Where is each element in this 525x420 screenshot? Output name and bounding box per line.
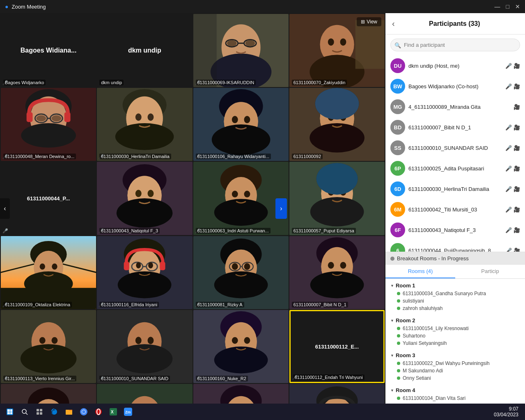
- room-group: Room 261311000154_Lily KresnowatiSuharto…: [385, 314, 525, 349]
- svg-point-53: [117, 198, 173, 227]
- view-button[interactable]: ⊞ View: [357, 17, 381, 26]
- participant-status-icons: 🎤🎥: [505, 248, 520, 252]
- svg-point-62: [244, 191, 250, 197]
- participant-name-4: 61311000070_Zakiyuddin: [292, 80, 347, 85]
- svg-line-161: [26, 413, 28, 415]
- svg-point-126: [244, 337, 250, 344]
- participant-avatar: DU: [390, 58, 405, 73]
- room-member: 61311000154_Lily Kresnowati: [390, 325, 520, 332]
- rooms-tab[interactable]: Rooms (4): [385, 265, 455, 278]
- svg-point-125: [232, 337, 238, 344]
- participant-center-name-1: Bagoes Widiana...: [21, 47, 77, 54]
- participant-status-icons: 🎤🎥: [505, 165, 520, 172]
- participant-display-name: 4_61311000089_Miranda Gita: [408, 104, 510, 110]
- close-button[interactable]: ✕: [515, 3, 520, 10]
- taskbar: X Zm 9:07 03/04/2023: [0, 404, 525, 420]
- mute-status-icon: 🎤: [505, 83, 512, 90]
- breakout-title: Breakout Rooms - In Progress: [397, 255, 469, 262]
- nav-left-button[interactable]: ‹: [0, 198, 10, 219]
- participant-name-16: 61311000007_Bibit N D_1: [292, 302, 348, 308]
- panel-collapse-button[interactable]: ‹: [392, 19, 395, 28]
- maximize-button[interactable]: □: [506, 3, 509, 10]
- room-member: 61311000022_Dwi Wahyu Purwiningsih: [390, 360, 520, 367]
- svg-point-91: [136, 262, 141, 268]
- participant-status-icons: 🎤🎥: [505, 227, 520, 233]
- taskbar-clock: 9:07 03/04/2023: [491, 406, 522, 418]
- participant-item: BD61311000007_Bibit N D_1🎤🎥: [385, 117, 525, 138]
- participant-item: 661311000044_PujiPurwaningsih_8🎤🎥: [385, 240, 525, 252]
- minimize-button[interactable]: —: [495, 3, 500, 10]
- room-title[interactable]: Room 4: [390, 385, 520, 395]
- opera-button[interactable]: [92, 405, 105, 418]
- room-member-name: 61311000154_Lily Kresnowati: [403, 326, 469, 331]
- svg-point-117: [117, 344, 173, 373]
- svg-point-170: [95, 409, 102, 415]
- room-member-name: zahroh shaluhiyah: [403, 305, 442, 311]
- participant-name-17: 61311000113_Vierto Irennius Gir...: [3, 376, 76, 381]
- svg-point-114: [52, 337, 58, 344]
- video-cell-21: 🎤 61311000042_Titi Mursiti_03: [1, 384, 96, 404]
- video-cell-16: 61311000007_Bibit N D_1: [289, 236, 385, 309]
- start-button[interactable]: [3, 405, 16, 418]
- svg-point-48: [315, 88, 359, 119]
- svg-point-39: [232, 116, 238, 123]
- breakout-rooms: Room 161311000034_Gandha Sunaryo Putrasu…: [385, 279, 525, 404]
- main-content: ⊞ View ‹ › Bagoes Widiana... 🎤 Bagoes Wi…: [0, 13, 525, 404]
- svg-point-112: [21, 344, 77, 373]
- svg-point-70: [316, 163, 358, 195]
- video-cell-10: 🎤 61311000043_Natiqotul F_3: [97, 162, 192, 235]
- room-member-dot: [397, 369, 400, 372]
- window-controls: — □ ✕: [495, 3, 520, 10]
- panel-title: Participants (33): [399, 20, 510, 28]
- svg-rect-158: [7, 412, 10, 414]
- edge-button[interactable]: [48, 405, 61, 418]
- mute-status-icon: 🎤: [505, 145, 512, 151]
- svg-rect-87: [160, 262, 165, 270]
- svg-rect-164: [37, 412, 39, 415]
- zoom-taskbar-button[interactable]: Zm: [122, 405, 135, 418]
- video-cell-19: 🎤 61311000160_Nuke_R2: [193, 310, 289, 383]
- participant-avatar: 6M: [390, 202, 405, 217]
- participant-center-name-20: 61311000112_E...: [315, 343, 359, 349]
- video-cell-11: 🎤 61311000063_Indri Astuti Purwan...: [193, 162, 289, 235]
- taskview-button[interactable]: [33, 405, 46, 418]
- mute-status-icon: 🎤: [505, 207, 512, 213]
- room-title[interactable]: Room 1: [390, 280, 520, 290]
- svg-point-109: [340, 262, 346, 269]
- search-taskbar[interactable]: [18, 405, 31, 418]
- participant-name-15: 61311000081_Rizky A: [196, 302, 244, 308]
- zoom-logo-icon: ●: [5, 3, 8, 10]
- file-explorer-button[interactable]: [62, 405, 76, 418]
- participant-center-name-9: 61311000044_P...: [27, 195, 70, 202]
- room-member: M Sakundarno Adi: [390, 367, 520, 374]
- title-bar: ● Zoom Meeting — □ ✕: [0, 0, 525, 13]
- svg-point-12: [328, 38, 334, 46]
- room-title[interactable]: Room 2: [390, 315, 520, 325]
- mute-status-icon: 🎤: [505, 165, 512, 172]
- room-member-dot: [397, 327, 400, 330]
- participant-item: 6D61311000030_HerlinaTri Damailia🎤🎥: [385, 179, 525, 199]
- camera-status-icon: 🎥: [514, 124, 520, 131]
- svg-point-98: [232, 263, 238, 270]
- clock-time: 9:07: [494, 406, 518, 412]
- search-input[interactable]: [390, 39, 520, 51]
- nav-right-button[interactable]: ›: [275, 198, 287, 219]
- svg-point-19: [21, 123, 76, 147]
- video-cell-23: 🎤 Room 3_DEDEH ISTIQOMAH_61...: [193, 384, 289, 404]
- participant-display-name: 61311000044_PujiPurwaningsih_8: [408, 248, 502, 252]
- chrome-button[interactable]: [77, 405, 90, 418]
- participants-tab[interactable]: Particip: [455, 265, 525, 278]
- room-member-dot: [397, 292, 400, 295]
- participant-display-name: 61311000030_HerlinaTri Damailia: [408, 186, 502, 192]
- room-title[interactable]: Room 3: [390, 350, 520, 360]
- room-member-name: 61311000022_Dwi Wahyu Purwiningsih: [403, 360, 490, 366]
- svg-point-92: [148, 262, 153, 268]
- participant-name-10: 61311000043_Natiqotul F_3: [99, 228, 160, 234]
- room-member-name: sulistiyani: [403, 298, 424, 304]
- participant-status-icons: 🎥: [514, 104, 520, 110]
- mute-status-icon: 🎤: [505, 63, 512, 69]
- search-box: 🔍: [390, 39, 520, 51]
- video-cell-3: 🎤 61311000069-IKSARUDDIN: [193, 14, 289, 87]
- excel-button[interactable]: X: [107, 405, 120, 418]
- participant-status-icons: 🎤🎥: [505, 186, 520, 192]
